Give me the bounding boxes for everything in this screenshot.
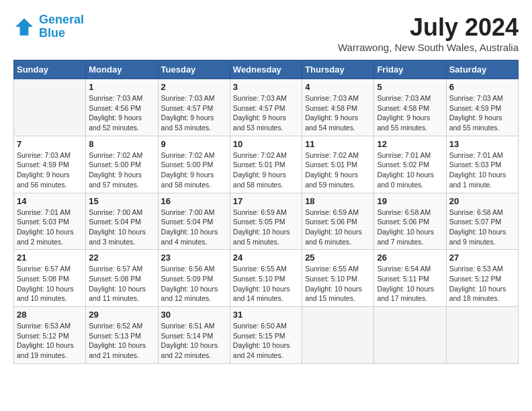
calendar-cell: 8Sunrise: 7:02 AMSunset: 5:00 PMDaylight… <box>86 136 158 193</box>
day-number: 26 <box>377 253 443 263</box>
day-number: 19 <box>377 196 443 206</box>
day-info: Sunrise: 7:03 AMSunset: 4:59 PMDaylight:… <box>449 93 515 133</box>
calendar-body: 1Sunrise: 7:03 AMSunset: 4:56 PMDaylight… <box>14 79 519 364</box>
day-info: Sunrise: 6:54 AMSunset: 5:11 PMDaylight:… <box>377 264 443 304</box>
calendar-cell: 27Sunrise: 6:53 AMSunset: 5:12 PMDayligh… <box>446 250 518 307</box>
day-info: Sunrise: 7:02 AMSunset: 5:00 PMDaylight:… <box>89 150 154 190</box>
calendar-cell: 6Sunrise: 7:03 AMSunset: 4:59 PMDaylight… <box>446 79 518 136</box>
location: Warrawong, New South Wales, Australia <box>338 42 519 53</box>
day-number: 24 <box>233 253 299 263</box>
day-number: 17 <box>233 196 299 206</box>
day-number: 5 <box>377 82 443 92</box>
day-info: Sunrise: 6:50 AMSunset: 5:15 PMDaylight:… <box>233 321 299 361</box>
calendar-cell: 5Sunrise: 7:03 AMSunset: 4:58 PMDaylight… <box>374 79 446 136</box>
calendar-cell <box>374 307 446 364</box>
day-number: 2 <box>161 82 227 92</box>
day-number: 1 <box>89 82 154 92</box>
calendar-cell: 20Sunrise: 6:58 AMSunset: 5:07 PMDayligh… <box>446 193 518 250</box>
day-info: Sunrise: 7:03 AMSunset: 4:59 PMDaylight:… <box>17 150 83 190</box>
day-number: 3 <box>233 82 299 92</box>
calendar-cell <box>14 79 86 136</box>
calendar-cell: 28Sunrise: 6:53 AMSunset: 5:12 PMDayligh… <box>14 307 86 364</box>
day-info: Sunrise: 7:03 AMSunset: 4:58 PMDaylight:… <box>305 93 371 133</box>
day-info: Sunrise: 7:00 AMSunset: 5:04 PMDaylight:… <box>89 208 154 247</box>
svg-marker-0 <box>15 18 33 36</box>
week-row-2: 7Sunrise: 7:03 AMSunset: 4:59 PMDaylight… <box>14 136 519 193</box>
day-info: Sunrise: 6:57 AMSunset: 5:08 PMDaylight:… <box>17 264 83 304</box>
title-area: July 2024 Warrawong, New South Wales, Au… <box>338 13 519 53</box>
day-info: Sunrise: 6:53 AMSunset: 5:12 PMDaylight:… <box>449 264 515 304</box>
header-day-thursday: Thursday <box>302 60 374 79</box>
day-number: 30 <box>161 310 227 320</box>
day-number: 10 <box>233 139 299 149</box>
day-number: 29 <box>89 310 154 320</box>
calendar-cell: 2Sunrise: 7:03 AMSunset: 4:57 PMDaylight… <box>158 79 230 136</box>
day-info: Sunrise: 6:55 AMSunset: 5:10 PMDaylight:… <box>233 264 299 304</box>
day-info: Sunrise: 6:53 AMSunset: 5:12 PMDaylight:… <box>17 321 83 361</box>
calendar-cell: 19Sunrise: 6:58 AMSunset: 5:06 PMDayligh… <box>374 193 446 250</box>
logo-text: General Blue <box>39 13 84 40</box>
day-info: Sunrise: 7:03 AMSunset: 4:57 PMDaylight:… <box>161 93 227 133</box>
calendar-cell: 22Sunrise: 6:57 AMSunset: 5:08 PMDayligh… <box>86 250 158 307</box>
day-info: Sunrise: 6:58 AMSunset: 5:07 PMDaylight:… <box>449 208 515 247</box>
day-info: Sunrise: 7:00 AMSunset: 5:04 PMDaylight:… <box>161 208 227 247</box>
calendar-cell: 29Sunrise: 6:52 AMSunset: 5:13 PMDayligh… <box>86 307 158 364</box>
day-number: 20 <box>449 196 515 206</box>
day-info: Sunrise: 7:03 AMSunset: 4:58 PMDaylight:… <box>377 93 443 133</box>
day-number: 6 <box>449 82 515 92</box>
day-info: Sunrise: 7:02 AMSunset: 5:00 PMDaylight:… <box>161 150 227 190</box>
day-number: 15 <box>89 196 154 206</box>
header-day-sunday: Sunday <box>14 60 86 79</box>
calendar-cell: 1Sunrise: 7:03 AMSunset: 4:56 PMDaylight… <box>86 79 158 136</box>
calendar-cell: 17Sunrise: 6:59 AMSunset: 5:05 PMDayligh… <box>230 193 302 250</box>
calendar-cell: 13Sunrise: 7:01 AMSunset: 5:03 PMDayligh… <box>446 136 518 193</box>
day-info: Sunrise: 6:59 AMSunset: 5:06 PMDaylight:… <box>305 208 371 247</box>
calendar-cell: 18Sunrise: 6:59 AMSunset: 5:06 PMDayligh… <box>302 193 374 250</box>
header-day-wednesday: Wednesday <box>230 60 302 79</box>
calendar-cell: 26Sunrise: 6:54 AMSunset: 5:11 PMDayligh… <box>374 250 446 307</box>
calendar-cell: 4Sunrise: 7:03 AMSunset: 4:58 PMDaylight… <box>302 79 374 136</box>
day-number: 25 <box>305 253 371 263</box>
day-info: Sunrise: 6:55 AMSunset: 5:10 PMDaylight:… <box>305 264 371 304</box>
day-info: Sunrise: 7:03 AMSunset: 4:56 PMDaylight:… <box>89 93 154 133</box>
page-header: General Blue July 2024 Warrawong, New So… <box>13 13 519 53</box>
day-number: 18 <box>305 196 371 206</box>
calendar-cell: 14Sunrise: 7:01 AMSunset: 5:03 PMDayligh… <box>14 193 86 250</box>
day-number: 21 <box>17 253 83 263</box>
day-info: Sunrise: 6:57 AMSunset: 5:08 PMDaylight:… <box>89 264 154 304</box>
calendar-cell: 3Sunrise: 7:03 AMSunset: 4:57 PMDaylight… <box>230 79 302 136</box>
calendar-cell: 31Sunrise: 6:50 AMSunset: 5:15 PMDayligh… <box>230 307 302 364</box>
day-number: 12 <box>377 139 443 149</box>
logo: General Blue <box>13 13 84 40</box>
day-number: 13 <box>449 139 515 149</box>
day-number: 22 <box>89 253 154 263</box>
day-info: Sunrise: 7:01 AMSunset: 5:02 PMDaylight:… <box>377 150 443 190</box>
day-number: 27 <box>449 253 515 263</box>
calendar-header: SundayMondayTuesdayWednesdayThursdayFrid… <box>14 60 519 79</box>
calendar: SundayMondayTuesdayWednesdayThursdayFrid… <box>13 60 519 364</box>
day-number: 4 <box>305 82 371 92</box>
day-number: 11 <box>305 139 371 149</box>
day-number: 14 <box>17 196 83 206</box>
calendar-cell: 25Sunrise: 6:55 AMSunset: 5:10 PMDayligh… <box>302 250 374 307</box>
header-day-friday: Friday <box>374 60 446 79</box>
calendar-cell: 30Sunrise: 6:51 AMSunset: 5:14 PMDayligh… <box>158 307 230 364</box>
day-number: 16 <box>161 196 227 206</box>
calendar-cell: 9Sunrise: 7:02 AMSunset: 5:00 PMDaylight… <box>158 136 230 193</box>
week-row-5: 28Sunrise: 6:53 AMSunset: 5:12 PMDayligh… <box>14 307 519 364</box>
calendar-cell: 24Sunrise: 6:55 AMSunset: 5:10 PMDayligh… <box>230 250 302 307</box>
week-row-1: 1Sunrise: 7:03 AMSunset: 4:56 PMDaylight… <box>14 79 519 136</box>
day-number: 8 <box>89 139 154 149</box>
header-row: SundayMondayTuesdayWednesdayThursdayFrid… <box>14 60 519 79</box>
day-info: Sunrise: 7:01 AMSunset: 5:03 PMDaylight:… <box>17 208 83 247</box>
day-number: 9 <box>161 139 227 149</box>
header-day-saturday: Saturday <box>446 60 518 79</box>
calendar-cell: 16Sunrise: 7:00 AMSunset: 5:04 PMDayligh… <box>158 193 230 250</box>
day-number: 28 <box>17 310 83 320</box>
day-info: Sunrise: 6:59 AMSunset: 5:05 PMDaylight:… <box>233 208 299 247</box>
calendar-cell: 10Sunrise: 7:02 AMSunset: 5:01 PMDayligh… <box>230 136 302 193</box>
day-info: Sunrise: 6:56 AMSunset: 5:09 PMDaylight:… <box>161 264 227 304</box>
day-info: Sunrise: 7:03 AMSunset: 4:57 PMDaylight:… <box>233 93 299 133</box>
day-info: Sunrise: 6:51 AMSunset: 5:14 PMDaylight:… <box>161 321 227 361</box>
day-info: Sunrise: 7:02 AMSunset: 5:01 PMDaylight:… <box>233 150 299 190</box>
